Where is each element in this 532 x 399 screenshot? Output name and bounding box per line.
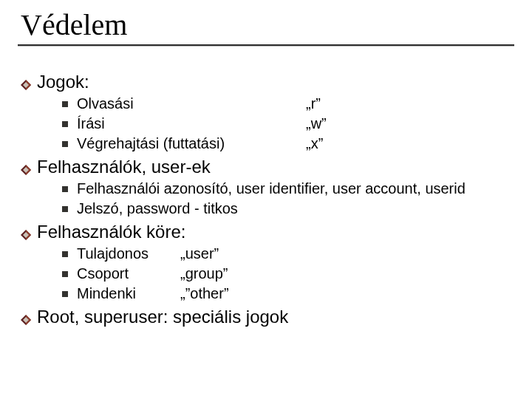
section-heading-text: Root, superuser: speciális jogok (37, 307, 288, 327)
scope-value: „”other” (180, 285, 229, 302)
section-users-heading: Felhasználók, user-ek (21, 157, 511, 177)
right-value: „w” (306, 115, 327, 132)
diamond-bullet-icon (21, 230, 31, 240)
list-item: Végrehajtási (futtatási) „x” (62, 135, 511, 152)
diamond-bullet-icon (21, 80, 31, 90)
square-bullet-icon (62, 186, 68, 192)
section-heading-text: Felhasználók köre: (37, 222, 185, 242)
scope-value: „user” (180, 245, 219, 262)
right-value: „r” (306, 95, 321, 112)
section-root-heading: Root, superuser: speciális jogok (21, 307, 511, 327)
list-item: Jelszó, password - titkos (62, 200, 511, 217)
list-item: Írási „w” (62, 115, 511, 132)
section-rights-heading: Jogok: (21, 72, 511, 92)
section-scope-heading: Felhasználók köre: (21, 222, 511, 242)
square-bullet-icon (62, 141, 68, 147)
user-item-text: Jelszó, password - titkos (77, 200, 511, 217)
list-item: Olvasási „r” (62, 95, 511, 112)
list-item: Felhasználói azonosító, user identifier,… (62, 180, 511, 197)
diamond-bullet-icon (21, 315, 31, 325)
slide-body: Jogok: Olvasási „r” Írási „w” Vég (21, 72, 511, 327)
square-bullet-icon (62, 101, 68, 107)
user-item-text: Felhasználói azonosító, user identifier,… (77, 180, 491, 197)
square-bullet-icon (62, 206, 68, 212)
right-label: Olvasási (77, 95, 306, 112)
square-bullet-icon (62, 251, 68, 257)
scope-label: Mindenki (77, 285, 180, 302)
section-heading-text: Felhasználók, user-ek (37, 157, 211, 177)
list-item: Csoport „group” (62, 265, 511, 282)
square-bullet-icon (62, 271, 68, 277)
section-heading-text: Jogok: (37, 72, 89, 92)
right-label: Írási (77, 115, 306, 132)
title-underline (18, 44, 514, 47)
scope-value: „group” (180, 265, 228, 282)
list-item: Tulajdonos „user” (62, 245, 511, 262)
right-value: „x” (306, 135, 323, 152)
scope-label: Tulajdonos (77, 245, 180, 262)
scope-label: Csoport (77, 265, 180, 282)
rights-list: Olvasási „r” Írási „w” Végrehajtási (fut… (62, 95, 511, 152)
list-item: Mindenki „”other” (62, 285, 511, 302)
slide-title: Védelem (21, 7, 511, 42)
users-list: Felhasználói azonosító, user identifier,… (62, 180, 511, 217)
right-label: Végrehajtási (futtatási) (77, 135, 306, 152)
diamond-bullet-icon (21, 165, 31, 175)
square-bullet-icon (62, 121, 68, 127)
scope-list: Tulajdonos „user” Csoport „group” Minden… (62, 245, 511, 302)
square-bullet-icon (62, 291, 68, 297)
slide: Védelem Jogok: Olvasási „r” (0, 0, 532, 399)
